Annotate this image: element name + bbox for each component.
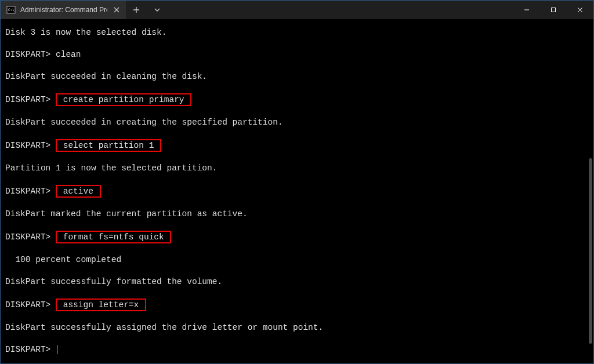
command-text: format fs=ntfs quick: [56, 231, 171, 243]
terminal-area[interactable]: Disk 3 is now the selected disk. DISKPAR…: [1, 19, 593, 363]
command-text: assign letter=x: [56, 299, 146, 311]
command-text: clean: [56, 50, 81, 59]
scrollbar-thumb[interactable]: [589, 158, 592, 344]
terminal-line: [5, 287, 589, 299]
terminal-line: [5, 152, 589, 163]
diskpart-prompt: DISKPART>: [5, 300, 56, 310]
terminal-line: Partition 1 is now the selected partitio…: [5, 163, 589, 174]
diskpart-prompt: DISKPART>: [5, 232, 56, 242]
terminal-line: DiskPart marked the current partition as…: [5, 209, 589, 220]
terminal-line: DiskPart successfully formatted the volu…: [5, 276, 589, 287]
command-text: create partition primary: [56, 93, 191, 106]
terminal-line: Disk 3 is now the selected disk.: [5, 27, 589, 38]
terminal-line: DISKPART> clean: [5, 49, 589, 60]
terminal-line: 100 percent completed: [5, 254, 589, 265]
terminal-line: [5, 38, 589, 49]
svg-text:C:\: C:\: [8, 8, 15, 12]
terminal-line: DiskPart succeeded in cleaning the disk.: [5, 71, 589, 82]
terminal-line: [5, 128, 589, 139]
terminal-line: [5, 243, 589, 254]
maximize-button[interactable]: [540, 1, 567, 19]
terminal-line: [5, 60, 589, 71]
terminal-line: [5, 333, 589, 344]
diskpart-prompt: DISKPART>: [5, 345, 56, 354]
terminal-line: [5, 198, 589, 209]
terminal-line: DiskPart succeeded in creating the speci…: [5, 117, 589, 128]
new-tab-button[interactable]: [126, 1, 147, 19]
terminal-line: [5, 265, 589, 276]
terminal-line: [5, 311, 589, 322]
terminal-line: DISKPART>: [5, 344, 589, 355]
command-text: select partition 1: [56, 139, 161, 152]
cursor: [57, 345, 57, 354]
terminal-line: DISKPART> active: [5, 185, 589, 198]
tab-close-button[interactable]: [112, 5, 121, 14]
terminal-line: DISKPART> create partition primary: [5, 93, 589, 106]
tab-title: Administrator: Command Promp: [20, 6, 107, 14]
close-button[interactable]: [567, 1, 593, 19]
terminal-line: [5, 106, 589, 117]
terminal-line: [5, 174, 589, 185]
svg-rect-2: [552, 8, 556, 12]
tab-actions: [126, 1, 168, 19]
terminal-line: DISKPART> format fs=ntfs quick: [5, 231, 589, 243]
command-text: active: [56, 185, 101, 198]
terminal-line: DISKPART> assign letter=x: [5, 299, 589, 311]
terminal-line: [5, 82, 589, 93]
terminal-line: DISKPART> select partition 1: [5, 139, 589, 152]
window-controls: [513, 1, 593, 19]
diskpart-prompt: DISKPART>: [5, 141, 56, 150]
tab-dropdown-button[interactable]: [147, 1, 168, 19]
diskpart-prompt: DISKPART>: [5, 50, 56, 59]
tab-active[interactable]: C:\ Administrator: Command Promp: [1, 1, 126, 19]
diskpart-prompt: DISKPART>: [5, 187, 56, 196]
titlebar: C:\ Administrator: Command Promp: [1, 1, 593, 19]
minimize-button[interactable]: [513, 1, 540, 19]
cmd-icon: C:\: [6, 5, 16, 14]
diskpart-prompt: DISKPART>: [5, 95, 56, 104]
terminal-line: [5, 220, 589, 231]
terminal-line: DiskPart successfully assigned the drive…: [5, 322, 589, 333]
